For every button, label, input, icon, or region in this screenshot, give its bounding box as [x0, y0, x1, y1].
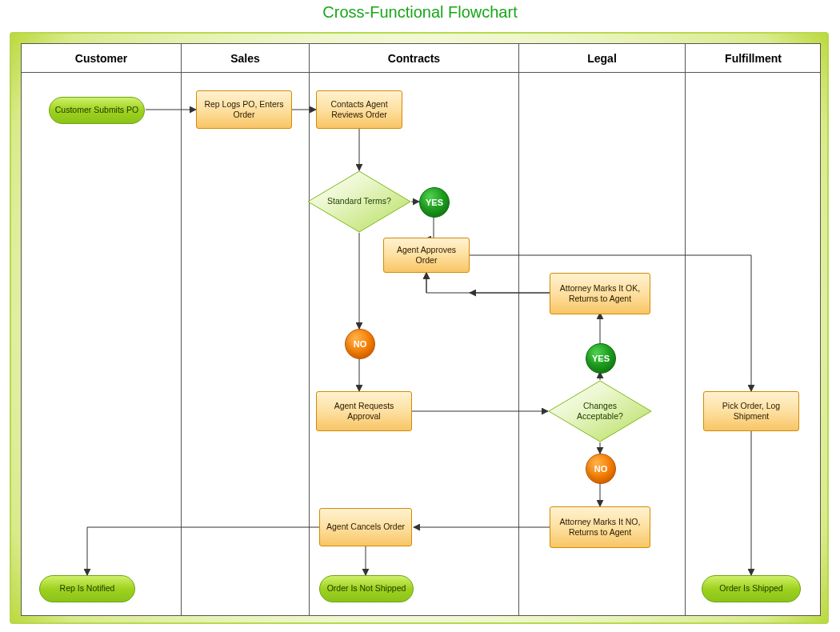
node-attorney-no: Attorney Marks It NO, Returns to Agent: [550, 506, 650, 548]
lane-header-contracts: Contracts: [310, 44, 519, 73]
label-changes-acceptable: Changes Acceptable?: [553, 401, 647, 422]
lane-header-legal: Legal: [519, 44, 686, 73]
node-agent-requests-approval: Agent Requests Approval: [316, 391, 412, 431]
diagram-title: Cross-Functional Flowchart: [0, 3, 840, 22]
node-agent-approves-order: Agent Approves Order: [383, 238, 470, 273]
lane-header-customer: Customer: [22, 44, 182, 73]
yes-icon: YES: [419, 187, 450, 218]
node-pick-order: Pick Order, Log Shipment: [703, 391, 799, 431]
node-attorney-ok: Attorney Marks It OK, Returns to Agent: [550, 273, 650, 314]
node-changes-acceptable: Changes Acceptable?: [548, 380, 652, 442]
node-standard-terms: Standard Terms?: [307, 170, 411, 233]
node-rep-is-notified: Rep Is Notified: [39, 575, 135, 602]
label-standard-terms: Standard Terms?: [316, 196, 402, 206]
node-order-shipped: Order Is Shipped: [702, 575, 801, 602]
node-contacts-agent-reviews: Contacts Agent Reviews Order: [316, 90, 402, 129]
yes-icon: YES: [586, 343, 616, 374]
no-icon: NO: [586, 454, 616, 484]
diagram-frame: Customer Sales Contracts Legal Fulfillme…: [10, 32, 829, 624]
node-order-not-shipped: Order Is Not Shipped: [319, 575, 414, 602]
node-agent-cancels-order: Agent Cancels Order: [319, 508, 412, 546]
lane-header-sales: Sales: [182, 44, 310, 73]
node-customer-submits-po: Customer Submits PO: [49, 97, 145, 124]
no-icon: NO: [345, 329, 375, 359]
swimlane-container: Customer Sales Contracts Legal Fulfillme…: [21, 43, 821, 616]
lane-header-fulfillment: Fulfillment: [686, 44, 821, 73]
node-rep-logs-po: Rep Logs PO, Enters Order: [196, 90, 292, 129]
